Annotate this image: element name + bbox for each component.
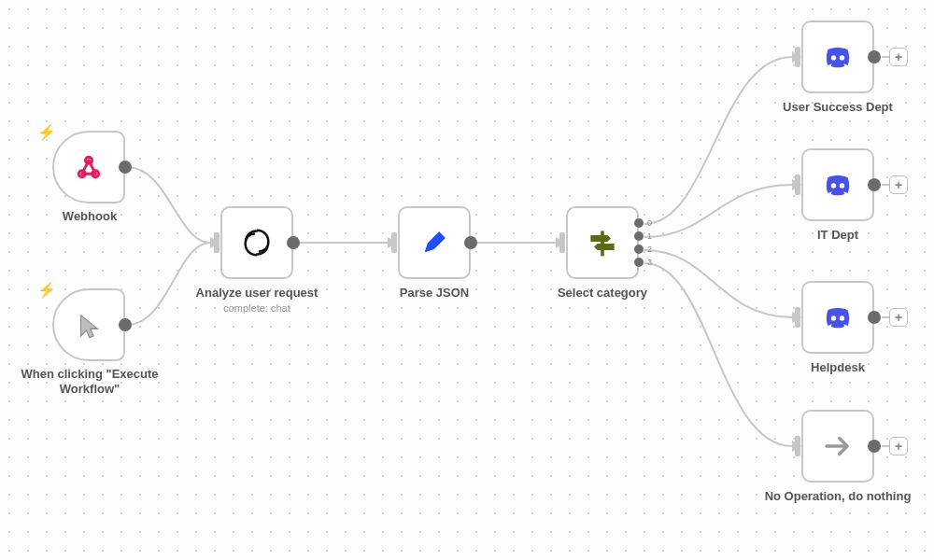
node-it-dept[interactable]: + bbox=[801, 148, 874, 221]
discord-icon bbox=[819, 38, 856, 76]
node-analyze[interactable] bbox=[220, 206, 293, 279]
webhook-icon bbox=[70, 148, 107, 186]
node-manual-trigger-label: When clicking "Execute Workflow" bbox=[15, 367, 164, 398]
output-port-2[interactable] bbox=[634, 245, 644, 254]
node-user-success-dept[interactable]: + bbox=[801, 21, 874, 93]
openai-icon bbox=[238, 224, 276, 261]
input-port[interactable] bbox=[391, 232, 397, 253]
node-no-operation[interactable]: + bbox=[801, 410, 874, 483]
add-node-button[interactable]: + bbox=[889, 48, 908, 66]
port-index-1: 1 bbox=[647, 231, 652, 241]
svg-point-13 bbox=[831, 183, 836, 188]
port-index-3: 3 bbox=[647, 258, 652, 267]
input-port[interactable] bbox=[795, 436, 800, 456]
svg-point-14 bbox=[840, 183, 844, 188]
node-analyze-label: Analyze user request complete: chat bbox=[182, 286, 332, 316]
signpost-icon bbox=[584, 224, 621, 261]
node-webhook-label: Webhook bbox=[15, 209, 164, 224]
input-port[interactable] bbox=[795, 175, 800, 195]
input-port[interactable] bbox=[795, 47, 800, 67]
output-port-3[interactable] bbox=[634, 258, 644, 267]
node-select-category-label: Select category bbox=[528, 286, 677, 301]
add-node-button[interactable]: + bbox=[889, 308, 908, 327]
discord-icon bbox=[819, 299, 856, 336]
node-select-category[interactable]: 0 1 2 3 bbox=[566, 206, 639, 279]
svg-point-12 bbox=[840, 55, 844, 60]
svg-point-11 bbox=[831, 55, 836, 60]
node-analyze-subtitle: complete: chat bbox=[223, 302, 290, 314]
node-helpdesk-label: Helpdesk bbox=[763, 360, 913, 375]
workflow-edges bbox=[0, 0, 934, 560]
discord-icon bbox=[819, 166, 856, 203]
output-port[interactable] bbox=[464, 236, 477, 249]
node-manual-trigger[interactable]: ⚡ bbox=[52, 288, 125, 361]
node-no-operation-label: No Operation, do nothing bbox=[763, 489, 913, 504]
port-index-2: 2 bbox=[647, 245, 652, 254]
output-port-0[interactable] bbox=[634, 218, 644, 228]
cursor-icon bbox=[70, 306, 107, 343]
output-port[interactable] bbox=[868, 311, 881, 324]
input-port[interactable] bbox=[559, 232, 565, 253]
output-port[interactable] bbox=[868, 440, 881, 453]
trigger-bolt-icon: ⚡ bbox=[37, 123, 56, 141]
node-parse-json[interactable] bbox=[398, 206, 471, 279]
svg-point-15 bbox=[831, 315, 836, 320]
node-analyze-title: Analyze user request bbox=[196, 286, 318, 300]
arrow-right-icon bbox=[819, 427, 856, 465]
node-helpdesk[interactable]: + bbox=[801, 281, 874, 354]
add-node-button[interactable]: + bbox=[889, 175, 908, 194]
node-parse-json-label: Parse JSON bbox=[360, 286, 509, 301]
output-port-1[interactable] bbox=[634, 231, 644, 241]
input-port[interactable] bbox=[214, 232, 219, 253]
svg-rect-10 bbox=[601, 231, 604, 256]
add-node-button[interactable]: + bbox=[889, 437, 908, 455]
svg-point-16 bbox=[840, 315, 844, 320]
trigger-bolt-icon: ⚡ bbox=[37, 281, 56, 299]
pencil-icon bbox=[416, 224, 453, 261]
node-it-dept-label: IT Dept bbox=[763, 228, 913, 243]
node-webhook[interactable]: ⚡ bbox=[52, 131, 125, 203]
output-port[interactable] bbox=[868, 178, 881, 191]
output-port[interactable] bbox=[868, 50, 881, 63]
output-port[interactable] bbox=[287, 236, 300, 249]
input-port[interactable] bbox=[795, 307, 800, 328]
port-index-0: 0 bbox=[647, 218, 652, 228]
node-user-success-dept-label: User Success Dept bbox=[763, 100, 913, 115]
output-port[interactable] bbox=[119, 318, 132, 331]
output-port[interactable] bbox=[119, 161, 132, 174]
